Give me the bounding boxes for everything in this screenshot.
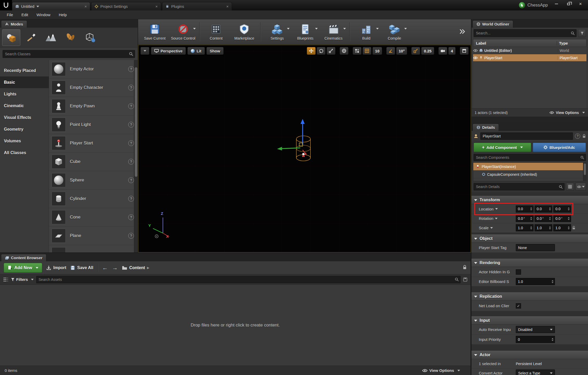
help-icon[interactable]: ? (128, 233, 134, 239)
outliner-search-input[interactable] (474, 31, 571, 35)
scale-snap-value[interactable]: 0.25 (421, 47, 434, 55)
help-icon[interactable]: ? (575, 134, 580, 139)
list-item-point-light[interactable]: Point Light ? (49, 116, 138, 134)
menu-help[interactable]: Help (54, 10, 71, 19)
spinner-icon[interactable] (549, 207, 551, 211)
viewport-options-button[interactable] (140, 47, 149, 55)
chevron-down-icon[interactable] (193, 28, 196, 29)
breadcrumb-content[interactable]: Content (129, 265, 145, 270)
compile-button[interactable]: Compile (380, 20, 408, 44)
filters-button[interactable]: Filters (11, 277, 34, 282)
grid-snap-button[interactable] (363, 47, 371, 55)
maximize-viewport-button[interactable] (460, 47, 469, 55)
lock-content-browser-button[interactable] (463, 265, 467, 270)
category-visual-effects[interactable]: Visual Effects (0, 112, 49, 123)
editor-billboard-field[interactable]: 1.0 (516, 278, 555, 285)
add-component-button[interactable]: + Add Component (474, 143, 531, 152)
spinner-icon[interactable] (568, 207, 570, 211)
gizmo-y-arrow[interactable] (277, 147, 282, 150)
help-icon[interactable]: ? (128, 66, 134, 72)
list-item-cube[interactable]: Cube ? (49, 153, 138, 171)
tab-project-settings[interactable]: Project Settings × (91, 2, 161, 10)
visibility-eye-icon[interactable] (473, 49, 478, 52)
panel-splitter[interactable] (471, 117, 588, 123)
spinner-icon[interactable] (549, 217, 551, 220)
scale-lock-icon[interactable] (572, 226, 575, 230)
spinner-icon[interactable] (530, 207, 532, 211)
rotation-snap-button[interactable] (386, 47, 395, 55)
close-tab-icon[interactable]: × (226, 4, 229, 9)
back-button[interactable]: ← (102, 264, 108, 271)
scale-y-field[interactable]: 1.0 (535, 224, 552, 231)
replication-section-header[interactable]: Replication (471, 292, 588, 301)
chevron-down-icon[interactable] (404, 28, 407, 29)
mode-foliage-button[interactable] (62, 29, 80, 46)
transform-section-header[interactable]: Transform (471, 196, 588, 204)
scale-x-field[interactable]: 1.0 (516, 224, 534, 231)
components-scrollbar[interactable] (583, 163, 586, 181)
list-item-empty-character[interactable]: Empty Character ? (49, 78, 138, 97)
rotation-x-field[interactable]: 0.0° (516, 215, 534, 222)
viewport-3d[interactable]: Perspective Lit Show (138, 45, 471, 252)
toolbar-overflow-button[interactable] (459, 29, 466, 35)
show-menu-button[interactable]: Show (206, 47, 224, 55)
import-button[interactable]: Import (46, 265, 66, 270)
items-scrollbar[interactable] (134, 60, 138, 252)
scale-tool-button[interactable] (327, 47, 335, 55)
scrollbar-thumb[interactable] (135, 67, 137, 177)
category-basic[interactable]: Basic (0, 76, 49, 88)
chevron-down-icon[interactable] (287, 28, 290, 29)
search-classes-input[interactable] (3, 52, 129, 56)
save-all-button[interactable]: Save All (70, 265, 93, 270)
category-geometry[interactable]: Geometry (0, 123, 49, 135)
auto-receive-input-dropdown[interactable]: Disabled (516, 326, 555, 333)
tab-untitled[interactable]: Untitled × (12, 2, 90, 10)
forward-button[interactable]: → (112, 264, 118, 271)
grid-snap-value[interactable]: 10 (372, 47, 382, 55)
mode-place-button[interactable] (2, 29, 20, 46)
world-local-toggle-button[interactable] (340, 47, 348, 55)
outliner-row-world[interactable]: Untitled (Editor) World (473, 47, 586, 54)
translate-gizmo[interactable] (277, 119, 307, 155)
actor-hidden-checkbox[interactable] (516, 269, 521, 275)
perspective-button[interactable]: Perspective (151, 47, 186, 55)
visibility-eye-icon[interactable] (473, 56, 478, 59)
rotation-y-field[interactable]: 0.0° (535, 215, 552, 222)
tab-details[interactable]: Details (473, 124, 499, 131)
net-load-checkbox[interactable]: ✓ (516, 303, 521, 309)
actor-section-header[interactable]: Actor (471, 351, 588, 359)
help-icon[interactable]: ? (128, 140, 134, 146)
list-item-empty-pawn[interactable]: Empty Pawn ? (49, 97, 138, 116)
player-start-sprite[interactable] (302, 153, 305, 157)
chevron-down-icon[interactable] (36, 6, 39, 7)
category-cinematic[interactable]: Cinematic (0, 100, 49, 112)
mode-geometry-button[interactable] (81, 29, 100, 46)
spinner-icon[interactable] (530, 217, 532, 220)
spinner-icon[interactable] (552, 280, 554, 283)
app-account-chip[interactable]: ♞ ChessApp (519, 2, 548, 9)
scale-label[interactable]: Scale (471, 226, 516, 230)
help-icon[interactable]: ? (128, 159, 134, 165)
tab-content-browser[interactable]: Content Browser (1, 254, 46, 261)
input-section-header[interactable]: Input (471, 316, 588, 325)
close-tab-icon[interactable]: × (155, 4, 158, 9)
list-item-partial[interactable] (49, 245, 138, 252)
lit-mode-button[interactable]: Lit (187, 47, 205, 55)
display-filter-button[interactable] (575, 183, 586, 191)
marketplace-button[interactable]: Marketplace (230, 20, 258, 44)
outliner-view-options-button[interactable]: View Options (549, 111, 585, 115)
list-item-cylinder[interactable]: Cylinder ? (49, 190, 138, 208)
object-section-header[interactable]: Object (471, 234, 588, 243)
settings-button[interactable]: Settings (263, 20, 291, 44)
translate-tool-button[interactable] (307, 47, 316, 55)
surface-snapping-button[interactable] (353, 47, 362, 55)
column-header-label[interactable]: Label (473, 41, 557, 45)
spinner-icon[interactable] (530, 226, 532, 230)
category-recently-placed[interactable]: Recently Placed (0, 65, 49, 76)
search-components-input[interactable] (474, 155, 580, 160)
chevron-down-icon[interactable] (376, 28, 379, 29)
rotation-z-field[interactable]: 0.0° (553, 215, 571, 222)
scale-z-field[interactable]: 1.0 (553, 224, 571, 231)
chevron-down-icon[interactable] (343, 28, 346, 29)
location-z-field[interactable]: 0.0 (553, 205, 571, 213)
